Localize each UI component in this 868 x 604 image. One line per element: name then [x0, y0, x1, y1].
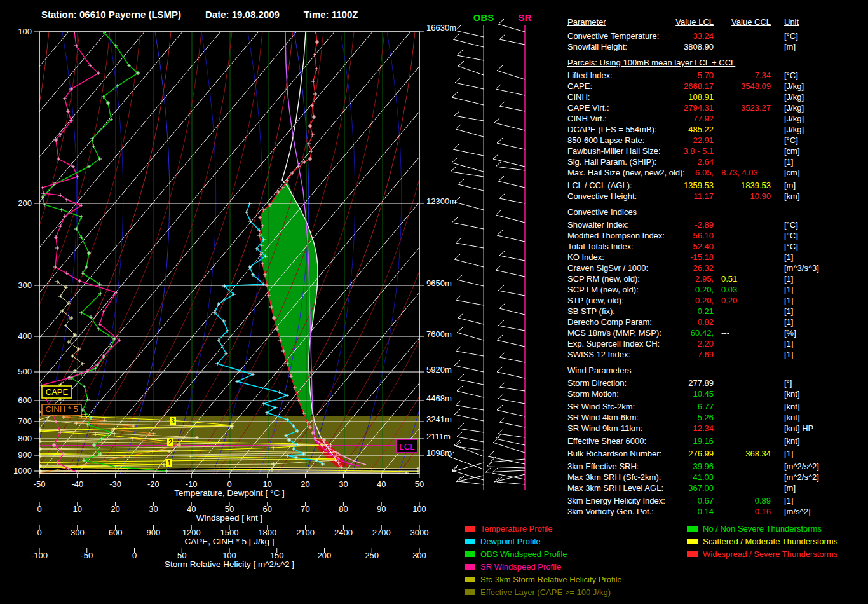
bottom-axis-0: -50-40-30-20-1001020304050Temperature, D…	[34, 474, 424, 498]
srh-km-marker: 3	[170, 417, 176, 425]
svg-text:9650m: 9650m	[426, 278, 452, 288]
svg-text:CAPE, CINH * 5 [ J/kg ]: CAPE, CINH * 5 [ J/kg ]	[184, 537, 274, 546]
table-row: MCS 18m/s (MMP, MSP):60.42,---[%]	[567, 327, 866, 338]
table-row: Convective Temperature:33.24[°C]	[567, 31, 866, 41]
table-row: CINH Virt.:77.92[J/kg]	[567, 113, 866, 124]
value-cell: 277.89	[567, 378, 714, 388]
value-cell: 485.22	[567, 124, 714, 135]
svg-text:50: 50	[225, 504, 234, 514]
value-cell: 6.05,	[567, 167, 714, 178]
svg-text:500: 500	[18, 367, 32, 376]
table-header-row: ParameterValue LCLValue CCLUnit	[567, 17, 866, 27]
value-cell: 0.89	[715, 495, 771, 506]
unit-label: [1]	[784, 273, 793, 284]
table-row: Max. Hail Size (new, new2, old):6.05,8.7…	[567, 167, 866, 178]
value-cell: 367.00	[567, 483, 714, 493]
table-section-header: Convective Indices	[567, 207, 866, 217]
table-row: Showalter Index:-2.89[°C]	[567, 219, 866, 230]
value-cell: 52.40	[567, 241, 714, 252]
svg-text:12300m: 12300m	[426, 196, 456, 206]
table-row: Max 3km SRH (Sfc-2km):41.03[m^2/s^2]	[567, 472, 866, 483]
svg-text:-10: -10	[186, 479, 198, 489]
value-cell: 0.67	[567, 495, 714, 506]
table-row: Convective Height:11.1710.90[km]	[567, 191, 866, 202]
unit-label: [°C]	[784, 230, 798, 241]
svg-text:700: 700	[18, 416, 32, 426]
svg-text:-20: -20	[147, 479, 159, 489]
svg-text:40: 40	[187, 504, 196, 514]
unit-label: [J/kg]	[784, 92, 804, 102]
table-section-header: Parcels: Using 100mB mean layer LCL + CC…	[567, 57, 866, 68]
unit-label: [°C]	[784, 31, 798, 41]
value-cell: 1359.53	[567, 180, 714, 191]
svg-text:100: 100	[222, 551, 236, 560]
table-row: STP (new, old):0.20,0.20[1]	[567, 295, 866, 306]
value-cell: 276.99	[567, 448, 714, 459]
svg-text:4468m: 4468m	[426, 394, 452, 403]
unit-label: [1]	[784, 448, 793, 459]
value-cell: -7.69	[567, 349, 714, 360]
value-cell: ---	[721, 327, 729, 338]
unit-label: [1]	[784, 284, 793, 295]
value-cell: -2.89	[567, 219, 714, 230]
value-cell: 39.96	[567, 461, 714, 472]
svg-text:16630m: 16630m	[426, 23, 456, 32]
plot-label-cape: CAPE	[42, 386, 72, 398]
unit-label: [1]	[784, 495, 793, 506]
unit-label: [°]	[784, 378, 792, 388]
unit-label: [1]	[784, 349, 793, 360]
value-cell: 5.26	[567, 412, 714, 423]
table-row: KO Index:-15.18[1]	[567, 252, 866, 263]
value-cell: 56.10	[567, 230, 714, 241]
svg-text:800: 800	[18, 434, 32, 443]
svg-text:3000: 3000	[410, 528, 429, 537]
value-cell: 2668.17	[567, 81, 714, 92]
value-cell: 0.16	[715, 506, 771, 517]
svg-text:10: 10	[73, 504, 82, 514]
sr-column-label: SR	[519, 12, 532, 23]
value-cell: 0.20	[721, 295, 737, 306]
svg-text:300: 300	[18, 280, 32, 290]
value-cell: 10.90	[715, 191, 771, 202]
unit-label: [knt]	[784, 401, 800, 412]
table-gap	[567, 360, 866, 365]
unit-label: [knt]	[784, 388, 800, 399]
unit-label: [m^2/s^2]	[784, 472, 819, 483]
value-cell: 3808.90	[567, 41, 714, 52]
unit-label: [m]	[784, 483, 796, 493]
unit-label: [J/kg]	[784, 102, 804, 113]
sr-wind-barb-column: SR	[485, 12, 532, 490]
svg-text:400: 400	[18, 331, 32, 341]
value-cell: 33.24	[567, 31, 714, 41]
svg-text:20: 20	[111, 504, 119, 514]
value-cell: 2794.31	[567, 102, 714, 113]
table-row: LCL / CCL (AGL):1359.531839.53[m]	[567, 180, 866, 191]
bottom-axis-1: 0102030405060708090100Windspeed [ knt ]	[37, 502, 426, 523]
unit-label: [1]	[784, 252, 793, 263]
value-cell: 77.92	[567, 113, 714, 124]
svg-text:Storm Relative Helicity [ m^2/: Storm Relative Helicity [ m^2/s^2 ]	[165, 559, 294, 569]
table-row: Modified Thompson Index:56.10[°C]	[567, 230, 866, 241]
unit-label: [°C]	[784, 135, 798, 146]
table-row: Sig. Hail Param. (SHIP):2.64[1]	[567, 156, 866, 167]
table-row: Total Totals Index:52.40[°C]	[567, 241, 866, 252]
svg-text:40: 40	[377, 479, 386, 489]
value-cell: 108.91	[567, 92, 714, 102]
svg-text:600: 600	[18, 395, 32, 405]
table-row: Lifted Index:-5.70-7.34[°C]	[567, 70, 866, 81]
svg-text:50: 50	[415, 479, 424, 489]
pressure-axis: 1002003004005006007008009001000	[13, 27, 39, 476]
value-cell: 6.77	[567, 401, 714, 412]
value-cell: 0.51	[721, 273, 737, 284]
svg-text:2100: 2100	[296, 528, 315, 537]
unit-label: [°C]	[784, 70, 798, 81]
svg-text:90: 90	[377, 504, 386, 514]
value-cell: 0.14	[567, 506, 714, 517]
value-cell: 10.45	[567, 388, 714, 399]
svg-text:100: 100	[18, 27, 32, 36]
table-section-header: Wind Parameters	[567, 365, 866, 376]
value-cell: 22.91	[567, 135, 714, 146]
unit-label: [knt] HP	[784, 423, 813, 434]
svg-text:200: 200	[18, 198, 32, 208]
table-row: Derecho Comp Param:0.82[1]	[567, 317, 866, 327]
